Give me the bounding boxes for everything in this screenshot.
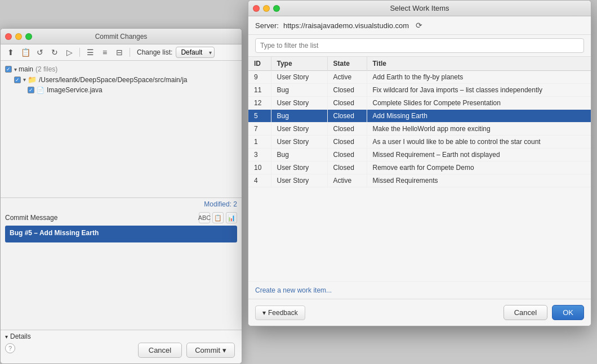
ide-cancel-button[interactable]: Cancel	[138, 343, 182, 358]
cell-type: User Story	[271, 161, 327, 174]
ide-toolbar: ⬆ 📋 ↺ ↻ ▷ ☰ ≡ ⊟ Change list: Default ▾	[1, 44, 242, 61]
cell-title: Make the HelloWorld app more exciting	[367, 123, 591, 136]
root-count: (2 files)	[35, 65, 57, 73]
cell-id: 5	[248, 110, 271, 123]
toolbar-icon-6[interactable]: ☰	[84, 47, 96, 58]
cell-state: Active	[327, 71, 367, 84]
ide-title: Commit Changes	[95, 33, 148, 41]
ide-close-button[interactable]	[5, 33, 12, 40]
cm-icon-3[interactable]: 📊	[226, 212, 237, 223]
cell-id: 1	[248, 136, 271, 149]
cell-type: User Story	[271, 71, 327, 84]
table-row[interactable]: 11 Bug Closed Fix wildcard for Java impo…	[248, 84, 591, 97]
tree-path[interactable]: ▾ 📁 /Users/leantk/DeepSpace/DeepSpace/sr…	[1, 74, 242, 85]
changelist-select[interactable]: Default	[176, 47, 215, 58]
ide-minimize-button[interactable]	[15, 33, 22, 40]
table-row[interactable]: 4 User Story Active Missed Requirements	[248, 174, 591, 187]
select-work-items-dialog: Select Work Items Server: https://raisaj…	[248, 0, 591, 326]
table-row[interactable]: 3 Bug Closed Missed Requirement – Earth …	[248, 149, 591, 161]
cell-title: Add Earth to the fly-by planets	[367, 71, 591, 84]
filter-input[interactable]	[255, 38, 584, 53]
cell-type: User Story	[271, 174, 327, 187]
cell-state: Closed	[327, 84, 367, 97]
tree-file[interactable]: 📄 ImageService.java	[1, 85, 242, 95]
cell-title: As a user I would like to be able to con…	[367, 136, 591, 149]
toolbar-separator-1	[79, 48, 80, 57]
commit-message-header: Commit Message ABC 📋 📊	[5, 212, 237, 223]
dialog-cancel-button[interactable]: Cancel	[504, 305, 547, 320]
cell-type: Bug	[271, 110, 327, 123]
create-work-item-link[interactable]: Create a new work item...	[248, 281, 591, 299]
cell-id: 7	[248, 123, 271, 136]
col-header-title: Title	[367, 57, 591, 71]
table-row[interactable]: 5 Bug Closed Add Missing Earth	[248, 110, 591, 123]
ide-titlebar: Commit Changes	[1, 29, 242, 44]
dialog-title: Select Work Items	[390, 4, 449, 12]
dialog-body: Server: https://raisajavademo.visualstud…	[248, 16, 591, 299]
file-tree: ▾ main (2 files) ▾ 📁 /Users/leantk/DeepS…	[1, 61, 242, 98]
commit-message-icons: ABC 📋 📊	[199, 212, 237, 223]
dialog-traffic-lights	[253, 5, 280, 12]
cell-title: Missed Requirement – Earth not displayed	[367, 149, 591, 161]
feedback-button[interactable]: ▾ Feedback	[255, 305, 305, 320]
cell-state: Closed	[327, 110, 367, 123]
details-arrow: ▾	[5, 334, 8, 340]
dialog-titlebar: Select Work Items	[248, 1, 591, 16]
cell-title: Fix wildcard for Java imports – list cla…	[367, 84, 591, 97]
cell-title: Add Missing Earth	[367, 110, 591, 123]
table-row[interactable]: 9 User Story Active Add Earth to the fly…	[248, 71, 591, 84]
toolbar-icon-3[interactable]: ↺	[34, 47, 46, 58]
cm-icon-2[interactable]: 📋	[212, 212, 224, 223]
cell-type: User Story	[271, 136, 327, 149]
path-label: /Users/leantk/DeepSpace/DeepSpace/src/ma…	[39, 76, 187, 84]
root-label: main	[19, 65, 33, 73]
toolbar-icon-7[interactable]: ≡	[99, 47, 110, 58]
root-checkbox[interactable]	[5, 66, 12, 73]
details-header: ▾ Details	[5, 332, 237, 340]
cell-id: 11	[248, 84, 271, 97]
toolbar-icon-2[interactable]: 📋	[20, 47, 31, 58]
toolbar-icon-5[interactable]: ▷	[64, 47, 75, 58]
ide-commit-button[interactable]: Commit ▾	[186, 343, 235, 358]
help-icon[interactable]: ?	[5, 343, 15, 353]
cell-title: Complete Slides for Compete Presentation	[367, 97, 591, 110]
dialog-ok-button[interactable]: OK	[552, 305, 584, 320]
col-header-state: State	[327, 57, 367, 71]
root-arrow: ▾	[14, 66, 17, 73]
table-row[interactable]: 1 User Story Closed As a user I would li…	[248, 136, 591, 149]
cell-id: 12	[248, 97, 271, 110]
col-header-id: ID	[248, 57, 271, 71]
toolbar-icon-4[interactable]: ↻	[49, 47, 60, 58]
file-checkbox[interactable]	[28, 87, 34, 93]
toolbar-icon-1[interactable]: ⬆	[5, 47, 16, 58]
file-label: ImageService.java	[47, 86, 103, 94]
cell-state: Closed	[327, 123, 367, 136]
dialog-footer: ▾ Feedback Cancel OK	[248, 299, 591, 326]
dialog-minimize-button[interactable]	[263, 5, 270, 12]
dialog-maximize-button[interactable]	[273, 5, 280, 12]
cell-state: Closed	[327, 136, 367, 149]
refresh-icon[interactable]: ⟳	[416, 21, 422, 30]
commit-message-box[interactable]: Bug #5 – Add Missing Earth	[5, 226, 237, 242]
table-header-row: ID Type State Title	[248, 57, 591, 71]
table-row[interactable]: 10 User Story Closed Remove earth for Co…	[248, 161, 591, 174]
cell-state: Active	[327, 174, 367, 187]
cell-title: Missed Requirements	[367, 174, 591, 187]
ide-maximize-button[interactable]	[25, 33, 32, 40]
server-label: Server:	[255, 21, 279, 30]
cell-state: Closed	[327, 161, 367, 174]
path-arrow: ▾	[23, 77, 26, 83]
path-checkbox[interactable]	[14, 77, 21, 83]
cm-icon-1[interactable]: ABC	[199, 212, 210, 223]
cell-id: 3	[248, 149, 271, 161]
table-row[interactable]: 12 User Story Closed Complete Slides for…	[248, 97, 591, 110]
ide-traffic-lights	[5, 33, 32, 40]
cell-type: Bug	[271, 149, 327, 161]
table-row[interactable]: 7 User Story Closed Make the HelloWorld …	[248, 123, 591, 136]
ide-bottom-buttons: Cancel Commit ▾	[138, 343, 235, 358]
tree-root[interactable]: ▾ main (2 files)	[1, 64, 242, 74]
toolbar-icon-8[interactable]: ⊟	[114, 47, 125, 58]
toolbar-separator-2	[130, 48, 130, 57]
server-row: Server: https://raisajavademo.visualstud…	[248, 16, 591, 35]
dialog-close-button[interactable]	[253, 5, 260, 12]
